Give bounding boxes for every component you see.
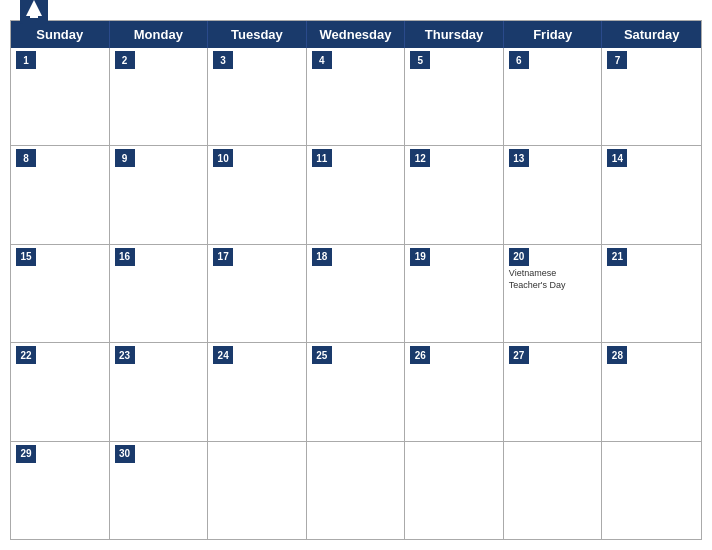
day-cell [602,442,701,539]
day-number: 10 [213,149,233,167]
day-number: 20 [509,248,529,266]
day-number: 3 [213,51,233,69]
day-cell: 19 [405,245,504,342]
day-cell: 30 [110,442,209,539]
day-cell: 29 [11,442,110,539]
day-number: 13 [509,149,529,167]
day-number: 24 [213,346,233,364]
day-number: 17 [213,248,233,266]
day-number: 29 [16,445,36,463]
day-cell: 11 [307,146,406,243]
day-cell: 23 [110,343,209,440]
week-row-1: 1234567 [11,48,701,146]
day-cell: 17 [208,245,307,342]
day-cell: 3 [208,48,307,145]
day-header-saturday: Saturday [602,21,701,48]
day-number: 7 [607,51,627,69]
day-cell: 9 [110,146,209,243]
day-cell: 4 [307,48,406,145]
day-cell: 24 [208,343,307,440]
day-cell: 26 [405,343,504,440]
day-header-monday: Monday [110,21,209,48]
day-cell: 16 [110,245,209,342]
day-number: 14 [607,149,627,167]
day-cell [405,442,504,539]
day-number: 21 [607,248,627,266]
day-number: 11 [312,149,332,167]
day-number: 6 [509,51,529,69]
day-number: 1 [16,51,36,69]
day-number: 9 [115,149,135,167]
day-cell: 8 [11,146,110,243]
day-header-thursday: Thursday [405,21,504,48]
day-cell: 1 [11,48,110,145]
day-number: 8 [16,149,36,167]
day-cell: 21 [602,245,701,342]
day-cell: 7 [602,48,701,145]
day-number: 4 [312,51,332,69]
day-cell: 6 [504,48,603,145]
day-cell: 5 [405,48,504,145]
day-cell: 12 [405,146,504,243]
day-header-tuesday: Tuesday [208,21,307,48]
logo-icon [20,0,48,24]
day-header-wednesday: Wednesday [307,21,406,48]
day-number: 26 [410,346,430,364]
day-number: 12 [410,149,430,167]
day-cell: 22 [11,343,110,440]
day-cell: 14 [602,146,701,243]
day-number: 23 [115,346,135,364]
day-number: 25 [312,346,332,364]
day-cell: 25 [307,343,406,440]
week-row-3: 151617181920Vietnamese Teacher's Day21 [11,245,701,343]
day-cell: 20Vietnamese Teacher's Day [504,245,603,342]
day-number: 27 [509,346,529,364]
day-number: 5 [410,51,430,69]
svg-rect-2 [30,14,38,18]
day-header-sunday: Sunday [11,21,110,48]
day-cell: 27 [504,343,603,440]
day-number: 18 [312,248,332,266]
day-number: 28 [607,346,627,364]
weeks-container: 1234567891011121314151617181920Vietnames… [11,48,701,539]
calendar-event: Vietnamese Teacher's Day [509,268,597,291]
week-row-4: 22232425262728 [11,343,701,441]
calendar-grid: SundayMondayTuesdayWednesdayThursdayFrid… [10,20,702,540]
day-header-friday: Friday [504,21,603,48]
day-headers-row: SundayMondayTuesdayWednesdayThursdayFrid… [11,21,701,48]
day-number: 15 [16,248,36,266]
day-cell [208,442,307,539]
logo [20,0,52,24]
day-cell: 2 [110,48,209,145]
day-cell: 15 [11,245,110,342]
week-row-5: 2930 [11,442,701,539]
day-number: 19 [410,248,430,266]
day-cell [307,442,406,539]
day-number: 30 [115,445,135,463]
day-cell: 10 [208,146,307,243]
day-number: 22 [16,346,36,364]
day-number: 16 [115,248,135,266]
day-cell: 13 [504,146,603,243]
day-number: 2 [115,51,135,69]
day-cell [504,442,603,539]
calendar-header [0,0,712,20]
day-cell: 28 [602,343,701,440]
week-row-2: 891011121314 [11,146,701,244]
day-cell: 18 [307,245,406,342]
